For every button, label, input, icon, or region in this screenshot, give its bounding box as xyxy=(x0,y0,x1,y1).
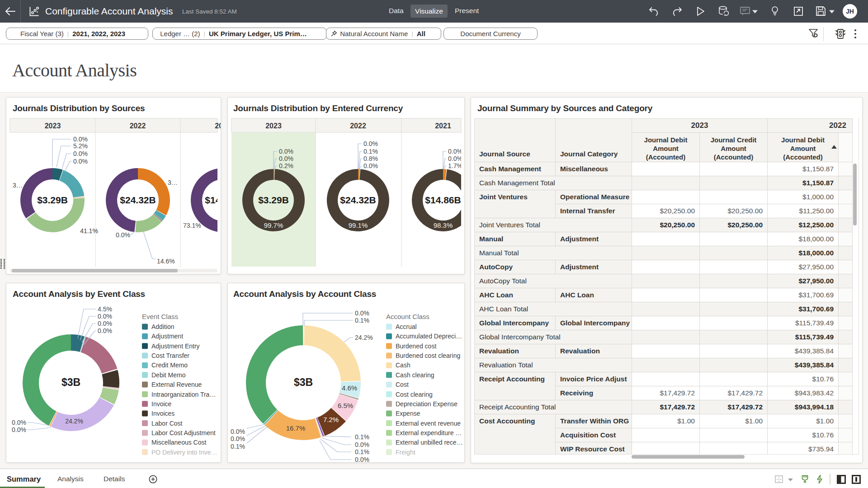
svg-text:0.1%: 0.1% xyxy=(355,448,369,455)
svg-text:0.0%: 0.0% xyxy=(98,313,112,320)
svg-text:24.2%: 24.2% xyxy=(65,418,83,425)
svg-text:5.2%: 5.2% xyxy=(73,142,88,150)
svg-text:0.1%: 0.1% xyxy=(231,443,245,450)
svg-text:Expense: Expense xyxy=(396,410,420,417)
svg-text:41.1%: 41.1% xyxy=(80,227,98,235)
svg-text:0.1%: 0.1% xyxy=(355,433,369,441)
svg-text:Labor Cost: Labor Cost xyxy=(151,420,183,427)
svg-text:Credit Memo: Credit Memo xyxy=(151,361,188,369)
svg-text:0.0%: 0.0% xyxy=(73,150,88,157)
svg-text:$14.86B: $14.86B xyxy=(425,195,461,205)
svg-text:Debit Memo: Debit Memo xyxy=(151,371,186,379)
svg-text:0.0%: 0.0% xyxy=(448,155,462,162)
svg-text:16.7%: 16.7% xyxy=(286,424,306,432)
svg-text:External expenditure …: External expenditure … xyxy=(396,429,462,436)
svg-text:Intraorganization Tra…: Intraorganization Tra… xyxy=(151,391,216,398)
svg-text:2023: 2023 xyxy=(45,122,61,130)
svg-text:0.0%: 0.0% xyxy=(73,136,88,143)
svg-text:0.0%: 0.0% xyxy=(355,310,369,317)
svg-text:99.7%: 99.7% xyxy=(264,221,283,229)
svg-text:0.0%: 0.0% xyxy=(279,148,293,155)
svg-text:98.3%: 98.3% xyxy=(434,221,453,229)
svg-text:$14.86B: $14.86B xyxy=(205,195,221,205)
svg-text:99.1%: 99.1% xyxy=(349,221,368,229)
svg-text:Depreciation Expense: Depreciation Expense xyxy=(396,400,458,408)
svg-text:2021: 2021 xyxy=(435,122,451,130)
svg-text:Adjustment Entry: Adjustment Entry xyxy=(151,343,200,350)
svg-text:$3B: $3B xyxy=(294,376,313,388)
svg-text:0.0%: 0.0% xyxy=(448,148,462,155)
svg-text:0.0%: 0.0% xyxy=(98,320,112,327)
svg-text:Account Class: Account Class xyxy=(386,313,429,320)
svg-text:External unbilled rece…: External unbilled rece… xyxy=(396,439,463,446)
svg-text:Cash clearing: Cash clearing xyxy=(396,371,434,379)
svg-text:0.2%: 0.2% xyxy=(279,162,293,169)
svg-text:$3B: $3B xyxy=(61,376,80,388)
svg-text:7.2%: 7.2% xyxy=(323,416,339,423)
svg-text:2021: 2021 xyxy=(215,122,221,130)
svg-text:Miscellaneous Cost: Miscellaneous Cost xyxy=(151,439,206,446)
svg-text:0.0%: 0.0% xyxy=(98,327,112,334)
svg-text:0.0%: 0.0% xyxy=(12,419,26,426)
svg-text:6.5%: 6.5% xyxy=(338,402,353,409)
svg-text:Cost clearing: Cost clearing xyxy=(396,391,433,398)
svg-text:Invoices: Invoices xyxy=(151,410,175,417)
svg-text:0.0%: 0.0% xyxy=(355,441,369,448)
svg-text:24.2%: 24.2% xyxy=(355,334,373,341)
svg-text:73.1%: 73.1% xyxy=(183,222,201,229)
svg-text:Cash: Cash xyxy=(396,361,410,369)
svg-text:2022: 2022 xyxy=(130,122,146,130)
svg-text:$24.32B: $24.32B xyxy=(120,195,156,205)
svg-text:Invoice: Invoice xyxy=(151,400,172,408)
svg-text:Accrual: Accrual xyxy=(396,323,417,330)
svg-text:$3.29B: $3.29B xyxy=(258,195,289,205)
svg-text:0.0%: 0.0% xyxy=(73,158,88,165)
svg-text:Cost: Cost xyxy=(396,381,409,388)
svg-text:0.0%: 0.0% xyxy=(363,162,378,169)
svg-text:0.0%: 0.0% xyxy=(279,155,293,162)
svg-text:External Revenue: External Revenue xyxy=(151,381,202,388)
svg-text:0.0%: 0.0% xyxy=(12,426,26,433)
svg-text:$3.29B: $3.29B xyxy=(37,195,68,205)
svg-text:4.5%: 4.5% xyxy=(98,305,112,313)
svg-text:$24.32B: $24.32B xyxy=(340,195,376,205)
svg-text:0.0%: 0.0% xyxy=(116,231,130,239)
svg-text:0.0%: 0.0% xyxy=(363,140,378,147)
svg-text:3…: 3… xyxy=(168,179,178,186)
svg-text:PO Delivery into Inve…: PO Delivery into Inve… xyxy=(151,449,217,456)
svg-text:0.1%: 0.1% xyxy=(355,317,369,324)
svg-text:External event revenue: External event revenue xyxy=(396,420,461,427)
svg-text:Addition: Addition xyxy=(151,323,175,330)
svg-text:Burdened cost: Burdened cost xyxy=(396,343,436,350)
svg-text:2023: 2023 xyxy=(265,122,282,130)
svg-text:Adjustment: Adjustment xyxy=(151,333,183,340)
svg-text:Freight: Freight xyxy=(396,449,415,456)
svg-text:2022: 2022 xyxy=(350,122,366,130)
svg-text:0.0%: 0.0% xyxy=(231,428,245,435)
svg-text:Labor Cost Adjustment: Labor Cost Adjustment xyxy=(151,429,216,436)
svg-text:Event Class: Event Class xyxy=(142,313,178,320)
svg-text:Burdened cost clearing: Burdened cost clearing xyxy=(396,352,460,359)
svg-text:0.8%: 0.8% xyxy=(363,155,378,162)
svg-text:1.7%: 1.7% xyxy=(448,162,462,169)
svg-text:0.0%: 0.0% xyxy=(355,456,369,462)
svg-text:0.0%: 0.0% xyxy=(231,435,245,442)
svg-text:0.1%: 0.1% xyxy=(363,148,378,155)
svg-text:3…: 3… xyxy=(13,182,23,189)
svg-text:Accumulated Depreci…: Accumulated Depreci… xyxy=(396,333,462,340)
svg-text:14.6%: 14.6% xyxy=(157,258,175,265)
svg-text:4.6%: 4.6% xyxy=(342,384,357,392)
svg-text:Cost Transfer: Cost Transfer xyxy=(151,352,189,359)
